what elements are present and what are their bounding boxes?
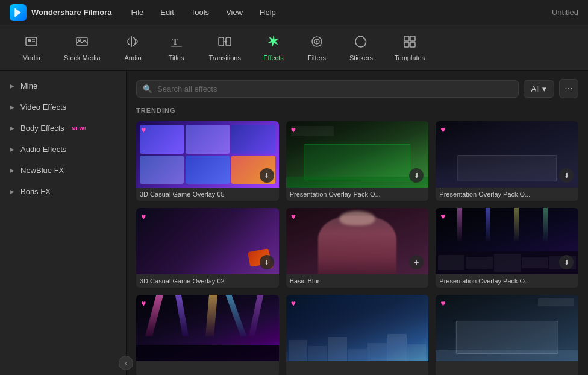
effect-card-2[interactable]: ♥ ⬇ Presentation Overlay Pack O... — [286, 121, 429, 201]
toolbar: Media Stock Media Audio T — [0, 25, 588, 71]
heart-icon-7: ♥ — [141, 298, 146, 308]
effect-card-3[interactable]: ♥ ⬇ Presentation Overlay Pack O... — [436, 121, 578, 201]
card-thumb-7: ♥ — [136, 295, 279, 361]
tool-media-label: Media — [22, 54, 40, 61]
tool-stickers-label: Stickers — [349, 54, 373, 61]
tool-filters[interactable]: Filters — [298, 30, 336, 66]
svg-text:T: T — [172, 37, 178, 46]
menu-file[interactable]: File — [124, 5, 151, 19]
card-thumb-9: ♥ — [436, 295, 578, 361]
sidebar-item-mine[interactable]: ▶ Mine — [0, 75, 126, 96]
svg-rect-9 — [171, 46, 182, 47]
svg-rect-10 — [219, 37, 224, 46]
effect-card-9[interactable]: ♥ — [436, 295, 578, 375]
sidebar-collapse-button[interactable]: ‹ — [119, 356, 133, 370]
effect-card-4[interactable]: ♥ ⬇ 3D Casual Game Overlay 02 — [136, 208, 279, 288]
menu-tools[interactable]: Tools — [184, 5, 216, 19]
tool-media[interactable]: Media — [12, 30, 51, 66]
app-name: Wondershare Filmora — [31, 8, 111, 17]
sidebar-newblue-label: NewBlue FX — [20, 166, 64, 175]
sidebar-boris-label: Boris FX — [20, 187, 51, 196]
arrow-newblue: ▶ — [10, 167, 14, 174]
menu-view[interactable]: View — [219, 5, 250, 19]
section-title: TRENDING — [136, 107, 578, 114]
titlebar: Wondershare Filmora File Edit Tools View… — [0, 0, 588, 25]
download-button-1[interactable]: ⬇ — [260, 168, 274, 183]
svg-rect-18 — [404, 42, 409, 47]
filters-icon — [310, 34, 324, 51]
card-label-5: Basic Blur — [286, 274, 429, 288]
svg-rect-19 — [410, 42, 415, 47]
window-title: Untitled — [552, 8, 578, 17]
sidebar: ▶ Mine ▶ Video Effects ▶ Body Effects NE… — [0, 71, 127, 375]
menu-bar: File Edit Tools View Help — [124, 5, 552, 19]
card-label-3: Presentation Overlay Pack O... — [436, 188, 578, 201]
effect-card-1[interactable]: ♥ ⬇ 3D Casual Game Overlay 05 — [136, 121, 279, 201]
search-bar: 🔍 All ▾ ··· — [136, 79, 578, 98]
tool-transitions-label: Transitions — [209, 54, 241, 61]
arrow-boris: ▶ — [10, 188, 14, 195]
more-options-button[interactable]: ··· — [559, 79, 578, 98]
tool-effects-label: Effects — [263, 54, 283, 61]
logo-icon — [10, 4, 27, 21]
new-badge: NEW! — [72, 125, 86, 131]
heart-icon-3: ♥ — [440, 125, 445, 134]
main-area: ▶ Mine ▶ Video Effects ▶ Body Effects NE… — [0, 71, 588, 375]
search-input[interactable] — [157, 84, 512, 93]
svg-rect-17 — [410, 36, 415, 41]
search-input-wrap[interactable]: 🔍 — [136, 80, 519, 98]
tool-titles[interactable]: T Titles — [157, 30, 196, 66]
effect-card-6[interactable]: ♥ ⬇ Presentation Overlay Pack O... — [436, 208, 578, 288]
heart-icon-9: ♥ — [440, 298, 445, 308]
tool-templates[interactable]: Templates — [386, 30, 433, 66]
filter-dropdown-button[interactable]: All ▾ — [524, 80, 554, 98]
menu-edit[interactable]: Edit — [153, 5, 181, 19]
tool-stock-media[interactable]: Stock Media — [55, 30, 109, 66]
card-label-4: 3D Casual Game Overlay 02 — [136, 274, 279, 288]
sidebar-item-boris-fx[interactable]: ▶ Boris FX — [0, 181, 126, 202]
app-logo: Wondershare Filmora — [10, 4, 111, 21]
svg-rect-16 — [404, 36, 409, 41]
sidebar-item-newblue-fx[interactable]: ▶ NewBlue FX — [0, 160, 126, 181]
search-icon: 🔍 — [143, 84, 152, 93]
heart-icon-6: ♥ — [440, 212, 445, 221]
templates-icon — [402, 34, 417, 51]
effect-card-7[interactable]: ♥ — [136, 295, 279, 375]
tool-stock-media-label: Stock Media — [64, 54, 101, 61]
card-label-9 — [436, 361, 578, 375]
stock-media-icon — [75, 34, 89, 51]
tool-stickers[interactable]: Stickers — [341, 30, 381, 66]
sidebar-audio-effects-label: Audio Effects — [20, 145, 66, 154]
card-thumb-2: ♥ ⬇ — [286, 121, 429, 188]
tool-audio[interactable]: Audio — [114, 30, 152, 66]
download-button-3[interactable]: ⬇ — [559, 168, 574, 183]
heart-icon-4: ♥ — [141, 212, 146, 221]
card-label-1: 3D Casual Game Overlay 05 — [136, 188, 279, 201]
effects-icon — [266, 34, 281, 51]
titles-icon: T — [169, 34, 184, 51]
sidebar-item-audio-effects[interactable]: ▶ Audio Effects — [0, 139, 126, 160]
sidebar-item-body-effects[interactable]: ▶ Body Effects NEW! — [0, 118, 126, 139]
ellipsis-icon: ··· — [565, 83, 572, 94]
card-label-7 — [136, 361, 279, 375]
download-button-6[interactable]: ⬇ — [559, 255, 574, 269]
effect-card-5[interactable]: ♥ + Basic Blur — [286, 208, 429, 288]
tool-transitions[interactable]: Transitions — [201, 30, 249, 66]
tool-effects[interactable]: Effects — [254, 30, 293, 66]
stickers-icon — [354, 34, 368, 51]
card-thumb-3: ♥ ⬇ — [436, 121, 578, 188]
sidebar-item-video-effects[interactable]: ▶ Video Effects — [0, 96, 126, 118]
download-button-4[interactable]: ⬇ — [260, 255, 274, 269]
sidebar-body-effects-label: Body Effects — [20, 124, 64, 133]
media-icon — [24, 34, 39, 51]
chevron-down-icon: ▾ — [542, 84, 546, 93]
arrow-body-effects: ▶ — [10, 125, 14, 131]
menu-help[interactable]: Help — [252, 5, 283, 19]
audio-icon — [126, 34, 140, 51]
svg-point-14 — [316, 40, 317, 42]
svg-rect-2 — [26, 37, 37, 46]
svg-rect-1 — [14, 8, 16, 17]
effect-card-8[interactable]: ♥ — [286, 295, 429, 375]
card-thumb-4: ♥ ⬇ — [136, 208, 279, 274]
sidebar-mine-label: Mine — [20, 81, 37, 90]
